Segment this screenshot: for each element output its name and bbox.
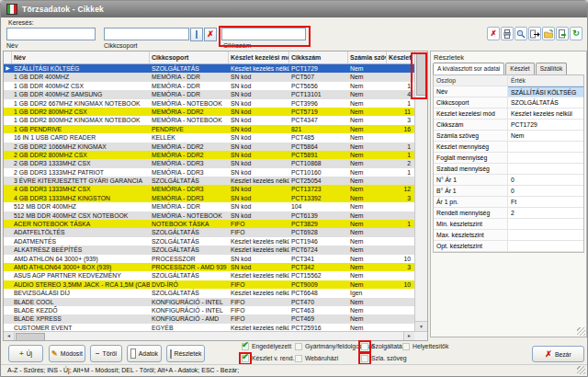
checkbox[interactable] [361, 343, 368, 350]
grid-header-mode[interactable]: Készlet kezelési mód [229, 51, 289, 63]
checkbox[interactable]: ✔ [242, 355, 249, 362]
table-row[interactable]: 16 IN 1 USB CARD READERKELLÉKSN kódPCT48… [4, 133, 427, 142]
details-caption: Részletek [431, 51, 586, 63]
table-row[interactable]: BLADE XPRESSKONFIGURÁCIÓ - AMDFIFOPCT469… [4, 314, 427, 323]
grid-cell: SZOLGÁLTATÁS [150, 246, 229, 254]
table-row[interactable]: 512 MB DDR 400MHZMEMÓRIA - DDRSN kód104N… [4, 202, 427, 211]
edit-button[interactable]: ✎ Módosít [49, 345, 85, 362]
search-clear-button[interactable]: ✗ [204, 28, 217, 41]
table-row[interactable]: ASUS AGP PARTNER KEDVEZMÉNYSZOLGÁLTATÁSK… [4, 271, 427, 280]
new-button[interactable]: + Új [8, 345, 43, 362]
details-label: Cikkszám [434, 120, 508, 130]
data-button[interactable]: Adatok [127, 345, 162, 362]
grid-cell: PCT485 [289, 133, 348, 142]
table-row[interactable]: 1 GB DDR 400MHZ SAMSUNGMEMÓRIA - DDRSN k… [4, 90, 427, 98]
table-row[interactable]: BEVIZSGÁLÁSI DÍJSZOLGÁLTATÁSKészlet keze… [4, 289, 427, 297]
details-row: Készlet mennyiség [434, 142, 583, 153]
details-tab-1[interactable]: Készlet [505, 63, 534, 74]
grid-header-name[interactable]: Név [12, 51, 150, 63]
grid-cell: MEMÓRIA - NOTEBOOK [150, 211, 229, 220]
scroll-left-arrow-icon[interactable]: ◄ [4, 332, 15, 340]
grid-cell: Nem [348, 271, 387, 280]
grid-cell: Nem [348, 82, 387, 90]
grid-header-code[interactable]: Cikkszám [289, 51, 348, 63]
grid-cell: SN kód [229, 90, 289, 98]
table-row[interactable]: 1 GB PENDRIVEPENDRIVESN kód821Nem16 [4, 125, 427, 133]
table-row[interactable]: ADATFELTÖLTÉSSZOLGÁLTATÁSFIFOPCT6928Nem [4, 228, 427, 236]
grid-cell: FIFO [229, 220, 289, 228]
table-row[interactable]: AMD ATHLON64 3000+ BOX (939)PROCESSZOR -… [4, 263, 427, 271]
row-selector-cell [4, 151, 12, 159]
grid-header-invoice[interactable]: Számla szöveg [348, 51, 387, 63]
search-group-input[interactable] [104, 28, 189, 40]
details-tab-2[interactable]: Szállítók [536, 63, 568, 74]
window-resize-grip[interactable] [577, 366, 585, 374]
table-row[interactable]: AUDIO STEREO 3,5MM JACK - RCA 1,5M (CABL… [4, 280, 427, 289]
grid-header-qty[interactable]: Készlet me [387, 51, 413, 63]
grid-cell: Nem [348, 194, 387, 202]
folder-icon [544, 29, 554, 39]
table-row[interactable]: 4 GB DDR3 1333MHZ KINGSTONMEMÓRIA - DDR3… [4, 194, 427, 202]
group-lookup-button[interactable] [190, 28, 203, 41]
close-button[interactable]: ✗ Bezár [532, 346, 584, 362]
print-preview-button[interactable] [514, 27, 527, 40]
export-button[interactable] [528, 27, 541, 40]
details-panel: Részletek A kiválasztott sor adataiKészl… [430, 51, 587, 337]
table-row[interactable]: AMD ATHLON 64 3000+ (939)PROCESSZORSN kó… [4, 255, 427, 263]
print-button[interactable] [501, 27, 514, 40]
table-row[interactable]: 3 ÉVRE KITERJESZTETT GYÁRI GARANCIASZOLG… [4, 177, 427, 185]
horizontal-scrollbar[interactable]: ◄ ► [4, 331, 427, 340]
table-row[interactable]: 2 GB DDR3 1333MHZ PATRIOTMEMÓRIA - DDR3S… [4, 168, 427, 177]
open-folder-button[interactable] [542, 27, 555, 40]
grid-cell: Nem [348, 255, 387, 263]
vertical-scrollbar[interactable]: ▼ [414, 51, 427, 331]
table-row[interactable]: ACER NOTEBOOK TÁSKANOTEBOOK TÁSKAFIFOPCT… [4, 220, 427, 228]
grid-cell: MEMÓRIA - DDR2 [150, 108, 229, 116]
table-row[interactable]: BLADE KEZDŐKONFIGURÁCIÓ - INTELFIFOPCT46… [4, 306, 427, 314]
table-row[interactable]: 2 GB DDR2 800MHZ CSXMEMÓRIA - DDR2SN kód… [4, 151, 427, 159]
panel-resize-grip[interactable] [577, 327, 585, 336]
grid-cell [387, 314, 413, 323]
table-row[interactable]: 1 GB DDR2 667MHZ KINGMAX NOTEBOOKMEMÓRIA… [4, 99, 427, 108]
horizontal-scrollbar-thumb[interactable] [16, 333, 45, 341]
grid-cell [387, 177, 413, 185]
grid-cell [387, 228, 413, 236]
vertical-scrollbar-thumb[interactable] [416, 53, 426, 96]
table-row[interactable]: 2 GB DDR3 1333MHZ CSXMEMÓRIA - DDR3SN kó… [4, 159, 427, 167]
search-code-input[interactable] [221, 28, 306, 40]
delete-button[interactable]: − Töröl [90, 345, 122, 362]
app-icon [6, 4, 17, 15]
checkbox[interactable] [295, 355, 302, 362]
table-row[interactable]: 4 GB DDR3 1333MHZ CSXMEMÓRIA - DDR3SN kó… [4, 185, 427, 193]
checkbox[interactable] [402, 343, 410, 350]
table-row[interactable]: ALKATRÉSZ BEÉPÍTÉSSZOLGÁLTATÁSKészlet ke… [4, 246, 427, 254]
lookup-grid-icon [196, 30, 198, 39]
table-row[interactable]: 1 GB DDR2 800MHZ CSXMEMÓRIA - DDR2SN kód… [4, 108, 427, 116]
table-row[interactable]: 1 GB DDR 400MHZ CSXMEMÓRIA - DDRSN kódPC… [4, 82, 427, 90]
scroll-right-arrow-icon[interactable]: ► [403, 332, 414, 340]
title-bar[interactable]: Törzsadatok - Cikkek [1, 1, 587, 17]
table-row[interactable]: 1 GB DDR 400MHZMEMÓRIA - DDRSN kódPCT507… [4, 73, 427, 81]
table-row[interactable]: BLADE COOLKONFIGURÁCIÓ - INTELFIFOPCT470… [4, 298, 427, 306]
scroll-down-arrow-icon[interactable]: ▼ [415, 321, 427, 331]
checkbox[interactable] [361, 355, 368, 362]
grid-cell: 1 [387, 220, 413, 228]
search-name-input[interactable] [6, 28, 96, 40]
table-row[interactable]: ADATMENTÉSSZOLGÁLTATÁSKészlet kezelés né… [4, 237, 427, 246]
checkbox[interactable]: ✔ [242, 343, 249, 350]
checkbox[interactable] [295, 343, 302, 350]
refresh-button[interactable]: ↻ [570, 27, 582, 40]
details-label: N° Ár 1 [434, 175, 508, 185]
table-row[interactable]: ▶SZÁLLÍTÁSI KÖLTSÉGSZOLGÁLTATÁSKészlet k… [4, 64, 427, 73]
export-file-button[interactable] [556, 27, 569, 40]
details-label: Max. készletszint [434, 230, 508, 240]
grid-header-group[interactable]: Cikkcsoport [150, 51, 229, 63]
table-row[interactable]: 1 GB DDR2 800MHZ KINGMAX NOTEBOOKMEMÓRIA… [4, 116, 427, 124]
details-tab-0[interactable]: A kiválasztott sor adatai [433, 63, 504, 74]
table-row[interactable]: 512 MB DDR 400MHZ CSX NOTEBOOKMEMÓRIA - … [4, 211, 427, 220]
grid-cell: AMD ATHLON64 3000+ BOX (939) [12, 263, 150, 271]
table-row[interactable]: 2 GB DDR2 1066MHZ KINGMAXMEMÓRIA - DDR2S… [4, 143, 427, 151]
filter-clear-button[interactable]: ✗ [487, 27, 500, 40]
grid-cell: 2 [387, 159, 413, 167]
details-toggle-button[interactable]: Részletek [166, 345, 205, 362]
